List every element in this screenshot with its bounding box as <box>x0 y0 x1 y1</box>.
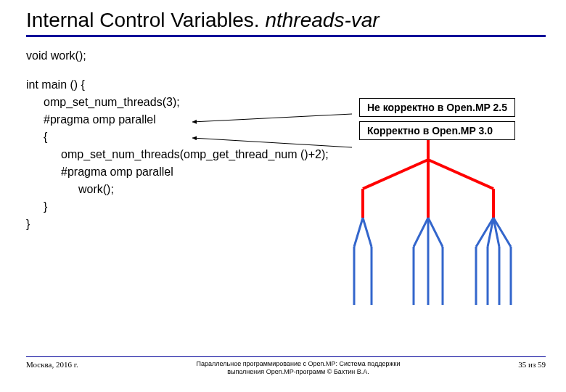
code-line: } <box>26 198 546 216</box>
footer-page-number: 35 из 59 <box>518 360 546 369</box>
code-line: } <box>26 216 546 233</box>
slide-title: Internal Control Variables. nthreads-var <box>26 9 546 32</box>
footer-attribution: Параллельное программирование с Open.MP:… <box>78 360 519 376</box>
slide-footer: Москва, 2016 г. Параллельное программиро… <box>26 356 546 376</box>
correct-box: Корректно в Open.MP 3.0 <box>359 121 515 140</box>
code-line: void work(); <box>26 47 546 65</box>
arrows-svg <box>189 113 356 163</box>
svg-line-0 <box>192 114 352 122</box>
incorrect-box: Не корректно в Open.MP 2.5 <box>359 98 515 117</box>
svg-line-1 <box>192 138 352 147</box>
code-line: #pragma omp parallel <box>26 163 546 181</box>
footer-center-line1: Параллельное программирование с Open.MP:… <box>93 360 504 368</box>
annotation-boxes: Не корректно в Open.MP 2.5 Корректно в O… <box>359 98 515 144</box>
code-line: work(); <box>26 181 546 198</box>
title-italic: nthreads-var <box>265 9 379 31</box>
footer-center-line2: выполнения Open.MP-программ © Бахтин В.А… <box>93 368 504 376</box>
code-line: int main () { <box>26 76 546 94</box>
title-divider <box>26 35 546 37</box>
footer-location-date: Москва, 2016 г. <box>26 360 78 369</box>
slide: Internal Control Variables. nthreads-var… <box>0 0 566 392</box>
title-main: Internal Control Variables. <box>26 9 265 31</box>
footer-divider <box>26 356 546 357</box>
